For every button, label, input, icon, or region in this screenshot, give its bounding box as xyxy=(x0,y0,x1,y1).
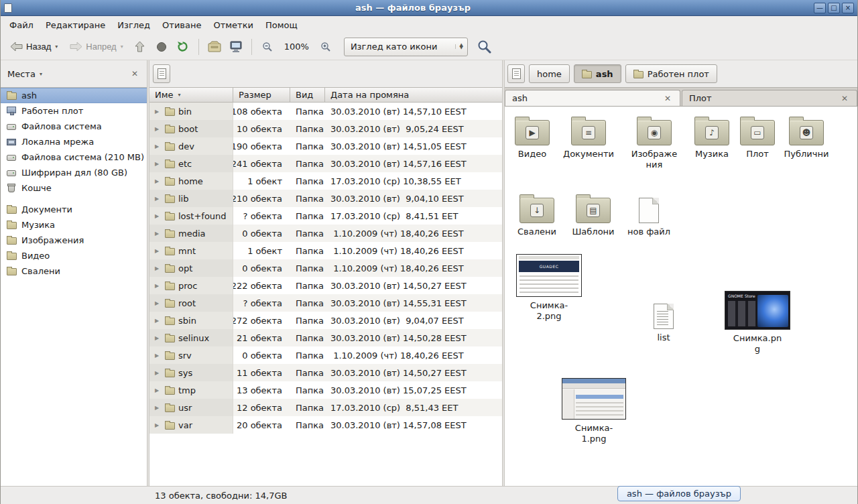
sidebar-title[interactable]: Места xyxy=(7,69,36,79)
table-row[interactable]: ▶selinux21 обектаПапка30.03.2010 (вт) 14… xyxy=(149,329,502,346)
maximize-button[interactable]: □ xyxy=(828,3,840,13)
expander-icon[interactable]: ▶ xyxy=(155,126,162,132)
table-row[interactable]: ▶lost+found? обектаПапка17.03.2010 (ср) … xyxy=(149,207,502,225)
view-mode-select[interactable]: Изглед като икони ▲▼ xyxy=(344,38,468,56)
sidebar-item-desktop[interactable]: Работен плот xyxy=(1,103,147,119)
minimize-button[interactable]: — xyxy=(814,3,826,13)
close-button[interactable]: × xyxy=(842,3,854,13)
icon-item-public[interactable]: ☻ Публични xyxy=(778,116,835,160)
menu-go[interactable]: Отиване xyxy=(156,17,207,33)
sidebar-item-local-network[interactable]: Локална мрежа xyxy=(1,134,147,149)
table-row[interactable]: ▶sys11 обектаПапка30.03.2010 (вт) 14,50,… xyxy=(149,364,502,381)
zoom-in-button[interactable] xyxy=(316,38,336,56)
expander-icon[interactable]: ▶ xyxy=(155,248,162,254)
table-row[interactable]: ▶srv0 обектаПапка 1.10.2009 (чт) 18,40,2… xyxy=(149,346,502,364)
sidebar-item-filesystem-210mb[interactable]: Файлова система (210 MB) xyxy=(1,149,147,165)
table-row[interactable]: ▶tmp13 обектаПапка30.03.2010 (вт) 15,07,… xyxy=(149,381,502,399)
sidebar-close-icon[interactable]: ✕ xyxy=(129,68,140,79)
menu-bookmarks[interactable]: Отметки xyxy=(207,17,259,33)
expander-icon[interactable]: ▶ xyxy=(155,196,162,202)
expander-icon[interactable]: ▶ xyxy=(155,405,162,411)
table-row[interactable]: ▶root? обектаПапка30.03.2010 (вт) 14,55,… xyxy=(149,294,502,312)
expander-icon[interactable]: ▶ xyxy=(155,161,162,167)
icon-item-snimka[interactable]: GNOME Store Снимка.png xyxy=(724,291,791,354)
column-header-date[interactable]: Дата на промяна xyxy=(325,88,502,102)
up-button[interactable] xyxy=(130,38,150,56)
chevron-down-icon[interactable]: ▾ xyxy=(55,44,58,50)
column-header-type[interactable]: Вид xyxy=(290,88,325,102)
breadcrumb-desktop[interactable]: Работен плот xyxy=(625,64,717,83)
column-header-size[interactable]: Размер xyxy=(233,88,290,102)
stop-button[interactable] xyxy=(151,38,172,56)
icon-item-video[interactable]: ▶ Видео xyxy=(505,116,559,160)
table-row[interactable]: ▶proc222 обектаПапка30.03.2010 (вт) 14,5… xyxy=(149,277,502,294)
forward-button[interactable]: Напред ▾ xyxy=(64,38,128,55)
table-row[interactable]: ▶dev190 обектаПапка30.03.2010 (вт) 14,51… xyxy=(149,137,502,155)
expander-icon[interactable]: ▶ xyxy=(155,109,162,115)
table-row[interactable]: ▶etc241 обектаПапка30.03.2010 (вт) 14,57… xyxy=(149,155,502,172)
expander-icon[interactable]: ▶ xyxy=(155,300,162,306)
back-button[interactable]: Назад ▾ xyxy=(5,38,63,55)
expander-icon[interactable]: ▶ xyxy=(155,387,162,393)
breadcrumb-ash[interactable]: ash xyxy=(574,64,621,83)
sidebar-item-ash[interactable]: ash xyxy=(1,88,147,103)
tab-close-icon[interactable]: ✕ xyxy=(662,93,673,104)
sidebar-item-pictures[interactable]: Изображения xyxy=(1,233,147,248)
location-icon-button[interactable] xyxy=(153,64,170,83)
table-row[interactable]: ▶var20 обектаПапка30.03.2010 (вт) 14,57,… xyxy=(149,416,502,434)
expander-icon[interactable]: ▶ xyxy=(155,178,162,184)
table-row[interactable]: ▶boot10 обектаПапка30.03.2010 (вт) 9,05,… xyxy=(149,120,502,137)
table-row[interactable]: ▶lib210 обектаПапка30.03.2010 (вт) 9,04,… xyxy=(149,190,502,207)
table-row[interactable]: ▶mnt1 обектПапка 1.10.2009 (чт) 18,40,26… xyxy=(149,242,502,259)
tab-plot[interactable]: Плот ✕ xyxy=(682,90,857,106)
search-button[interactable] xyxy=(475,38,495,56)
table-row[interactable]: ▶opt0 обектаПапка 1.10.2009 (чт) 18,40,2… xyxy=(149,259,502,277)
icon-item-new-file[interactable]: нов файл xyxy=(621,194,677,237)
table-row[interactable]: ▶sbin272 обектаПапка30.03.2010 (вт) 9,04… xyxy=(149,312,502,329)
zoom-out-button[interactable] xyxy=(257,38,278,56)
expander-icon[interactable]: ▶ xyxy=(155,213,162,219)
reload-button[interactable] xyxy=(173,38,193,56)
location-icon-button[interactable] xyxy=(507,64,525,83)
window-list-button[interactable]: ash — файлов браузър xyxy=(617,486,741,501)
expander-icon[interactable]: ▶ xyxy=(155,422,162,428)
sidebar-item-documents[interactable]: Документи xyxy=(1,202,147,217)
sidebar-item-downloads[interactable]: Свалени xyxy=(1,263,147,279)
column-header-name[interactable]: Име▾ xyxy=(149,88,233,102)
tab-close-icon[interactable]: ✕ xyxy=(839,93,850,104)
icon-item-downloads[interactable]: ↓ Свалени xyxy=(509,194,565,237)
expander-icon[interactable]: ▶ xyxy=(155,143,162,149)
expander-icon[interactable]: ▶ xyxy=(155,318,162,324)
icon-item-snimka2[interactable]: GUADEC Снимка-2.png xyxy=(515,254,583,321)
expander-icon[interactable]: ▶ xyxy=(155,283,162,289)
icon-item-list[interactable]: list xyxy=(637,300,690,343)
icon-item-snimka1[interactable]: Снимка-1.png xyxy=(560,378,627,444)
computer-button[interactable] xyxy=(226,38,246,56)
tab-ash[interactable]: ash ✕ xyxy=(505,90,680,106)
icon-item-desktop-folder[interactable]: ▭ Плот xyxy=(729,116,786,160)
expander-icon[interactable]: ▶ xyxy=(155,353,162,359)
table-row[interactable]: ▶home1 обектПапка17.03.2010 (ср) 10,38,5… xyxy=(149,172,502,190)
chevron-down-icon[interactable]: ▾ xyxy=(40,71,42,77)
menu-file[interactable]: Файл xyxy=(3,17,40,33)
table-row[interactable]: ▶media0 обектаПапка 1.10.2009 (чт) 18,40… xyxy=(149,225,502,242)
icon-item-documents[interactable]: ≡ Документи xyxy=(560,116,617,160)
sidebar-item-trash[interactable]: Кошче xyxy=(1,180,147,196)
menu-edit[interactable]: Редактиране xyxy=(40,17,111,33)
expander-icon[interactable]: ▶ xyxy=(155,370,162,376)
menu-help[interactable]: Помощ xyxy=(259,17,304,33)
sidebar-item-music[interactable]: Музика xyxy=(1,217,147,233)
expander-icon[interactable]: ▶ xyxy=(155,335,162,341)
expander-icon[interactable]: ▶ xyxy=(155,265,162,271)
expander-icon[interactable]: ▶ xyxy=(155,231,162,237)
menu-view[interactable]: Изглед xyxy=(111,17,156,33)
breadcrumb-home[interactable]: home xyxy=(529,64,570,83)
home-button[interactable] xyxy=(204,38,225,56)
icon-item-pictures[interactable]: ◉ Изображения xyxy=(624,116,684,170)
sidebar-item-filesystem[interactable]: Файлова система xyxy=(1,119,147,134)
sidebar-item-video[interactable]: Видео xyxy=(1,248,147,263)
sidebar-item-encrypted-80gb[interactable]: Шифриран дял (80 GB) xyxy=(1,165,147,180)
icon-item-templates[interactable]: ▤ Шаблони xyxy=(565,194,621,237)
table-row[interactable]: ▶bin108 обектаПапка30.03.2010 (вт) 14,57… xyxy=(149,103,502,120)
table-row[interactable]: ▶usr12 обектаПапка17.03.2010 (ср) 8,51,4… xyxy=(149,399,502,416)
